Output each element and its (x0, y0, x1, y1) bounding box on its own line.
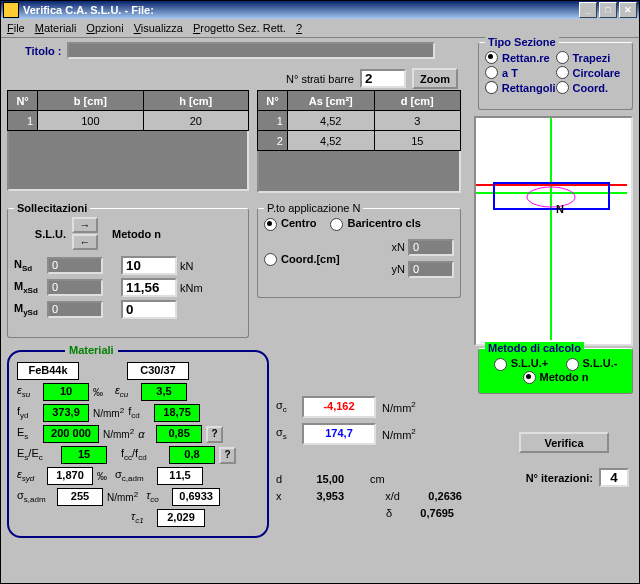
radio-baricentro[interactable]: Baricentro cls (330, 217, 420, 231)
section-preview: N (474, 116, 633, 346)
radio-circolare[interactable]: Circolare (556, 66, 627, 79)
menu-visualizza[interactable]: Visualizza (134, 22, 183, 34)
titolo-label: Titolo : (7, 45, 61, 57)
radio-rettanre[interactable]: Rettan.re (485, 51, 556, 64)
preview-n-label: N (556, 203, 564, 215)
menu-opzioni[interactable]: Opzioni (86, 22, 123, 34)
rebar-table[interactable]: N°As [cm²]d [cm] 14,523 24,5215 (257, 90, 461, 151)
strati-input[interactable] (360, 69, 406, 88)
menu-help[interactable]: ? (296, 22, 302, 34)
mxsd-input[interactable]: 0 (47, 279, 103, 296)
menu-file[interactable]: File (7, 22, 25, 34)
minimize-button[interactable]: _ (579, 2, 597, 18)
val3-input[interactable] (121, 300, 177, 319)
materiali-legend: Materiali (65, 344, 118, 356)
iter-input[interactable] (599, 468, 629, 487)
table-row[interactable]: 110020 (8, 111, 249, 131)
radio-aT[interactable]: a T (485, 66, 556, 79)
table-row[interactable]: 24,5215 (258, 131, 461, 151)
kn-input[interactable] (121, 256, 177, 275)
close-button[interactable]: ✕ (619, 2, 637, 18)
concrete-box[interactable]: C30/37 (127, 362, 189, 380)
steel-box[interactable]: FeB44k (17, 362, 79, 380)
sigma-c-value: -4,162 (302, 396, 376, 418)
radio-coord-cm[interactable]: Coord.[cm] (264, 253, 340, 267)
sollecitazioni-group: Sollecitazioni S.L.U. → ← Metodo n NSd 0… (7, 208, 249, 338)
verifica-button[interactable]: Verifica (519, 432, 609, 453)
materiali-group: Materiali FeB44k C30/37 εsu10‰ εcu3,5 fy… (7, 350, 269, 538)
sigma-s-value: 174,7 (302, 423, 376, 445)
menu-progetto[interactable]: Progetto Sez. Rett. (193, 22, 286, 34)
xn-input[interactable]: 0 (408, 239, 454, 256)
soll-legend: Sollecitazioni (14, 202, 90, 214)
menu-materiali[interactable]: Materiali (35, 22, 77, 34)
iter-label: N° iterazioni: (526, 472, 593, 484)
radio-centro[interactable]: Centro (264, 217, 316, 231)
mcal-legend: Metodo di calcolo (485, 342, 584, 354)
metodo-calcolo-group: Metodo di calcolo S.L.U.+ S.L.U.- Metodo… (478, 348, 633, 394)
zoom-button[interactable]: Zoom (412, 68, 458, 89)
nsd-input[interactable]: 0 (47, 257, 103, 274)
titolo-input[interactable] (67, 42, 435, 59)
radio-metodo-n[interactable]: Metodo n (523, 371, 589, 383)
radio-coord[interactable]: Coord. (556, 81, 627, 94)
window-title: Verifica C.A. S.L.U. - File: (23, 4, 154, 16)
pto-applicazione-group: P.to applicazione N Centro Baricentro cl… (257, 208, 461, 298)
help-alpha-button[interactable]: ? (206, 426, 223, 443)
tipo-sezione-group: Tipo Sezione Rettan.re Trapezi a T Circo… (478, 42, 633, 110)
app-icon (3, 2, 19, 18)
maximize-button[interactable]: □ (599, 2, 617, 18)
mysd-input[interactable]: 0 (47, 301, 103, 318)
radio-trapezi[interactable]: Trapezi (556, 51, 627, 64)
radio-slu-plus[interactable]: S.L.U.+ (494, 357, 549, 371)
yn-input[interactable]: 0 (408, 261, 454, 278)
strati-label: N° strati barre (286, 73, 354, 85)
tipo-sezione-legend: Tipo Sezione (485, 36, 559, 48)
pto-legend: P.to applicazione N (264, 202, 363, 214)
arrow-left-button[interactable]: ← (72, 234, 98, 250)
table-row[interactable]: 14,523 (258, 111, 461, 131)
help-fcc-button[interactable]: ? (219, 447, 236, 464)
geometry-table[interactable]: N°b [cm]h [cm] 110020 (7, 90, 249, 131)
radio-rettangoli[interactable]: Rettangoli (485, 81, 556, 94)
arrow-right-button[interactable]: → (72, 217, 98, 233)
radio-slu-minus[interactable]: S.L.U.- (566, 357, 618, 371)
titlebar: Verifica C.A. S.L.U. - File: _ □ ✕ (1, 1, 639, 19)
knm-input[interactable] (121, 278, 177, 297)
